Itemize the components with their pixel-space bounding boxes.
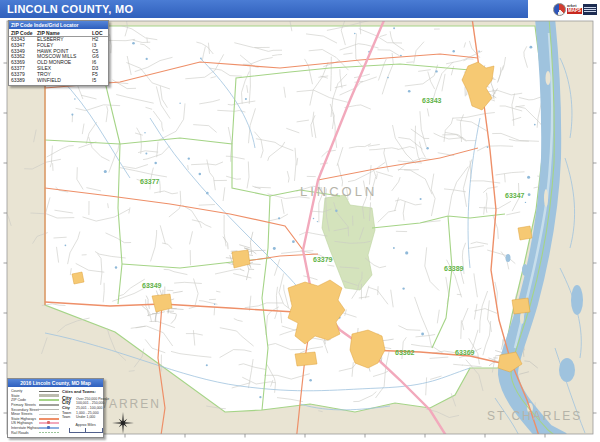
legend-title: 2016 Lincoln County, MO Map (8, 379, 103, 387)
globe-icon (553, 3, 566, 16)
map-legend: 2016 Lincoln County, MO Map CountyStateZ… (7, 378, 104, 438)
winfield-area (512, 298, 530, 314)
legend-swatch (39, 414, 59, 415)
legend-swatch (39, 432, 59, 433)
legend-swatch (39, 418, 59, 420)
zip-label-63343: 63343 (422, 97, 442, 104)
scale-bar: Approx Miles (62, 423, 109, 433)
map-product-page: LINCOLN COUNTY, MO arket MAPS (0, 0, 600, 442)
zip-label-63347: 63347 (505, 192, 525, 199)
legend-cities: Cities and Towns: CityOver 250,000 Peopl… (59, 389, 109, 435)
truxton-area (72, 272, 84, 284)
legend-swatch (39, 422, 59, 424)
legend-swatch (39, 427, 59, 429)
county-label-st-charles: ST CHARLES (487, 409, 582, 423)
zip-label-63389: 63389 (444, 265, 464, 272)
zip-label-63377: 63377 (140, 178, 160, 185)
legend-item: Rail Roads (11, 430, 59, 435)
county-label-lincoln: LINCOLN (300, 184, 377, 199)
foley-area (518, 226, 532, 240)
troy-area (288, 280, 345, 344)
cities-towns-title: Cities and Towns: (62, 389, 109, 394)
zip-label-63379: 63379 (313, 256, 333, 263)
city-size-rows: CityOver 250,000 PeopleCity100,001 - 250… (62, 395, 109, 420)
scale-label: Approx Miles (62, 423, 109, 427)
zip-label-63369: 63369 (455, 349, 475, 356)
legend-swatch (39, 404, 59, 406)
legend-swatch (39, 391, 59, 392)
page-title: LINCOLN COUNTY, MO (7, 0, 133, 18)
city-size-row: TownUnder 1,000 (62, 415, 109, 420)
zip-index-table: ZIP Code Index/Grid Locator ZIP Code ZIP… (8, 20, 109, 86)
logo-maps-text: MAPS (567, 8, 582, 13)
legend-swatch (39, 399, 59, 401)
zip-table-title: ZIP Code Index/Grid Locator (9, 21, 108, 29)
brand-logo: arket MAPS (528, 0, 600, 18)
troy-south-area (295, 352, 317, 366)
legend-line-items: CountyStateZIP CodePrimary StreetsSecond… (11, 389, 59, 435)
logo-red-rule (567, 13, 582, 14)
legend-swatch (39, 394, 59, 397)
zip-table-row: 63389WINFIELDI5 (11, 78, 106, 84)
logo-data-block (583, 4, 597, 15)
title-bar: LINCOLN COUNTY, MO (0, 0, 600, 18)
zip-table-rows: 63343ELSBERRYH263347FOLEYI363349HAWK POI… (9, 37, 108, 85)
legend-swatch (39, 409, 59, 410)
zip-label-63362: 63362 (395, 349, 415, 356)
zip-label-63349: 63349 (142, 282, 162, 289)
